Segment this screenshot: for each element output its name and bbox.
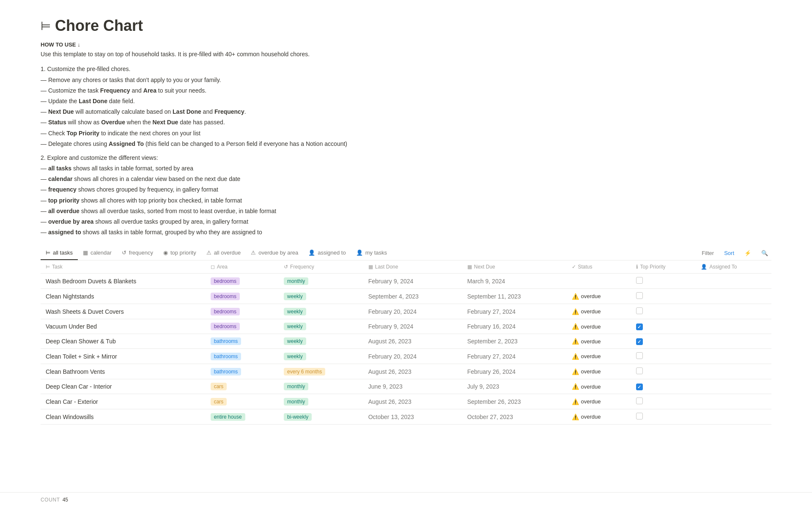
area-tag[interactable]: bathrooms [211,368,241,375]
sort-button[interactable]: Sort [721,248,738,258]
status-text: overdue [581,353,601,359]
cell-frequency: monthly [279,394,363,409]
top-priority-checkbox[interactable] [636,292,643,299]
status-badge: ⚠️overdue [572,338,626,345]
warning-icon: ⚠️ [572,414,579,420]
cell-task[interactable]: Wash Bedroom Duvets & Blankets [41,274,206,289]
cell-last-done: February 9, 2024 [363,319,462,334]
cell-area: bathrooms [206,349,279,364]
top-priority-checkbox[interactable] [636,307,643,314]
top-priority-checkbox[interactable] [636,367,643,374]
cell-task[interactable]: Deep Clean Car - Interior [41,379,206,394]
table-row: Clean Toilet + Sink + Mirrorbathroomswee… [41,349,771,364]
cell-status: ⚠️overdue [567,394,631,409]
area-tag[interactable]: bathrooms [211,353,241,360]
area-tag[interactable]: entire house [211,413,245,421]
status-badge: ⚠️overdue [572,323,626,330]
cell-top-priority [631,349,696,364]
last-done-col-icon: ▦ [368,264,373,270]
cell-task[interactable]: Deep Clean Shower & Tub [41,334,206,349]
cell-assigned-to [696,274,771,289]
status-badge: ⚠️overdue [572,293,626,300]
cell-task[interactable]: Vacuum Under Bed [41,319,206,334]
all-tasks-icon: ⊨ [46,249,50,256]
area-tag[interactable]: bedrooms [211,308,240,315]
cell-area: entire house [206,409,279,425]
cell-last-done: August 26, 2023 [363,364,462,379]
cell-task[interactable]: Clean Car - Exterior [41,394,206,409]
cell-area: cars [206,379,279,394]
frequency-tag[interactable]: monthly [284,398,308,406]
status-badge: ⚠️overdue [572,414,626,420]
frequency-tag[interactable]: weekly [284,308,306,315]
cell-frequency: weekly [279,289,363,304]
status-col-icon: ✓ [572,264,576,270]
cell-area: bedrooms [206,274,279,289]
frequency-tag[interactable]: weekly [284,323,306,330]
area-tag[interactable]: bedrooms [211,323,240,330]
tab-my-tasks[interactable]: 👤 my tasks [351,246,392,260]
cell-next-due: February 16, 2024 [462,319,567,334]
page-header: ⊨ Chore Chart [41,17,771,35]
tabs-bar: ⊨ all tasks ▦ calendar ↺ frequency ◉ top… [41,246,771,260]
lightning-button[interactable]: ⚡ [741,248,754,258]
cell-last-done: June 9, 2023 [363,379,462,394]
cell-assigned-to [696,394,771,409]
cell-task[interactable]: Clean Toilet + Sink + Mirror [41,349,206,364]
filter-button[interactable]: Filter [698,248,717,258]
top-priority-checkbox[interactable] [636,277,643,284]
frequency-tag[interactable]: weekly [284,337,306,345]
top-priority-checkbox[interactable] [636,323,643,330]
top-priority-checkbox[interactable] [636,413,643,419]
area-tag[interactable]: bedrooms [211,293,240,300]
frequency-tag[interactable]: bi-weekly [284,413,312,421]
table-row: Deep Clean Car - InteriorcarsmonthlyJune… [41,379,771,394]
frequency-tag[interactable]: weekly [284,293,306,300]
status-badge: ⚠️overdue [572,398,626,405]
cell-assigned-to [696,364,771,379]
table-container: ⊨ Task ◻ Area ↺ Frequency [41,260,771,425]
cell-task[interactable]: Clean Windowsills [41,409,206,425]
cell-status: ⚠️overdue [567,304,631,319]
status-text: overdue [581,338,601,345]
instructions-section: 1. Customize the pre-filled chores. — Re… [41,64,771,238]
cell-last-done: August 26, 2023 [363,334,462,349]
frequency-tag[interactable]: every 6 months [284,368,325,375]
status-text: overdue [581,368,601,375]
area-tag[interactable]: cars [211,398,227,406]
cell-status [567,274,631,289]
search-button[interactable]: 🔍 [758,248,771,258]
tab-all-tasks[interactable]: ⊨ all tasks [41,246,78,260]
tab-frequency[interactable]: ↺ frequency [117,246,158,260]
cell-assigned-to [696,349,771,364]
area-tag[interactable]: bathrooms [211,337,241,345]
col-status: ✓ Status [567,260,631,274]
area-tag[interactable]: cars [211,383,227,390]
warning-icon: ⚠️ [572,368,579,375]
top-priority-checkbox[interactable] [636,384,643,390]
tab-all-overdue[interactable]: ⚠ all overdue [201,246,246,260]
top-priority-checkbox[interactable] [636,338,643,345]
tab-assigned-to[interactable]: 👤 assigned to [303,246,351,260]
frequency-tag[interactable]: monthly [284,383,308,390]
top-priority-checkbox[interactable] [636,352,643,359]
tab-top-priority[interactable]: ◉ top priority [158,246,201,260]
frequency-tag[interactable]: weekly [284,353,306,360]
tab-calendar[interactable]: ▦ calendar [78,246,117,260]
col-top-priority: ℹ Top Priority [631,260,696,274]
warning-icon: ⚠️ [572,323,579,330]
cell-last-done: February 20, 2024 [363,349,462,364]
cell-task[interactable]: Wash Sheets & Duvet Covers [41,304,206,319]
tab-overdue-by-area[interactable]: ⚠ overdue by area [246,246,303,260]
top-priority-checkbox[interactable] [636,397,643,404]
cell-frequency: monthly [279,274,363,289]
cell-task[interactable]: Clean Bathroom Vents [41,364,206,379]
cell-last-done: September 4, 2023 [363,289,462,304]
area-tag[interactable]: bedrooms [211,277,240,285]
table-body: Wash Bedroom Duvets & Blanketsbedroomsmo… [41,274,771,425]
table-row: Wash Sheets & Duvet Coversbedroomsweekly… [41,304,771,319]
cell-area: bedrooms [206,319,279,334]
cell-task[interactable]: Clean Nightstands [41,289,206,304]
frequency-tag[interactable]: monthly [284,277,308,285]
cell-frequency: bi-weekly [279,409,363,425]
